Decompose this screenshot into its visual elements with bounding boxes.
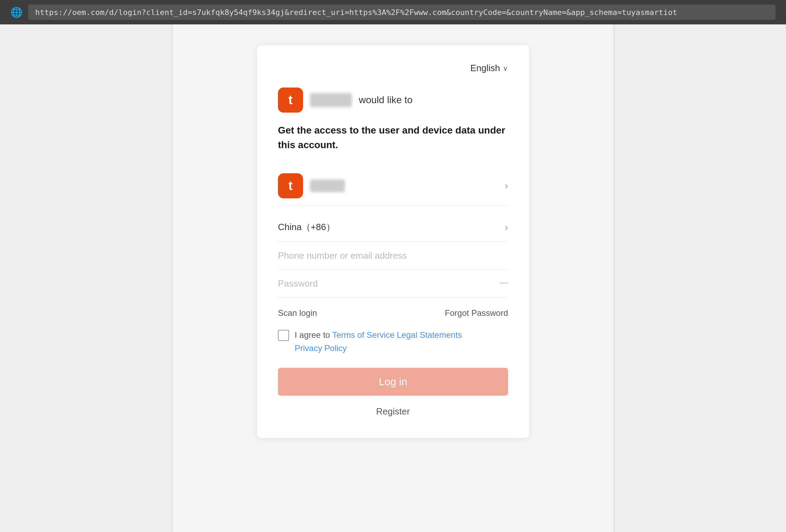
- account-icon-letter: t: [288, 178, 293, 193]
- phone-email-input[interactable]: [278, 250, 508, 261]
- account-chevron-icon: ›: [505, 180, 508, 191]
- login-card: English ∨ t would like to Get the access…: [257, 45, 529, 438]
- phone-email-field: [278, 242, 508, 270]
- app-icon: t: [278, 88, 303, 113]
- app-icon-letter: t: [288, 93, 293, 107]
- app-header: t would like to: [278, 88, 508, 113]
- privacy-policy-link[interactable]: Privacy Policy: [295, 343, 347, 353]
- page-content: English ∨ t would like to Get the access…: [0, 24, 786, 532]
- url-text: https://oem.com/d/login?client_id=s7ukfq…: [35, 8, 677, 17]
- country-chevron-icon: ›: [505, 222, 508, 233]
- url-bar[interactable]: https://oem.com/d/login?client_id=s7ukfq…: [28, 5, 776, 20]
- login-options: Scan login Forgot Password: [278, 308, 508, 318]
- lang-selector: English ∨: [278, 63, 508, 74]
- country-label: China（+86）: [278, 221, 335, 233]
- terms-text: I agree to Terms of Service Legal Statem…: [295, 328, 462, 355]
- password-input[interactable]: [278, 278, 508, 289]
- chevron-down-icon: ∨: [503, 64, 508, 73]
- terms-checkbox[interactable]: [278, 330, 289, 341]
- terms-row: I agree to Terms of Service Legal Statem…: [278, 328, 508, 355]
- app-title-suffix: would like to: [359, 94, 413, 106]
- login-button[interactable]: Log in: [278, 368, 508, 396]
- scan-login-link[interactable]: Scan login: [278, 308, 317, 318]
- country-selector[interactable]: China（+86） ›: [278, 213, 508, 242]
- login-card-wrapper: English ∨ t would like to Get the access…: [172, 24, 614, 532]
- account-name-blurred: [310, 180, 345, 192]
- terms-of-service-link[interactable]: Terms of Service Legal Statements: [332, 330, 462, 340]
- globe-icon: 🌐: [10, 7, 23, 18]
- account-app-icon: t: [278, 173, 303, 198]
- register-link[interactable]: Register: [278, 406, 508, 417]
- language-button[interactable]: English ∨: [470, 63, 508, 74]
- language-label: English: [470, 63, 500, 74]
- eye-icon: 〰: [500, 279, 508, 288]
- access-description: Get the access to the user and device da…: [278, 123, 508, 152]
- terms-prefix: I agree to: [295, 330, 332, 340]
- password-field: 〰: [278, 270, 508, 298]
- browser-chrome: 🌐 https://oem.com/d/login?client_id=s7uk…: [0, 0, 786, 24]
- forgot-password-link[interactable]: Forgot Password: [445, 308, 508, 318]
- password-toggle-button[interactable]: 〰: [500, 279, 508, 289]
- app-name-blurred: [310, 93, 352, 107]
- account-row[interactable]: t ›: [278, 166, 508, 206]
